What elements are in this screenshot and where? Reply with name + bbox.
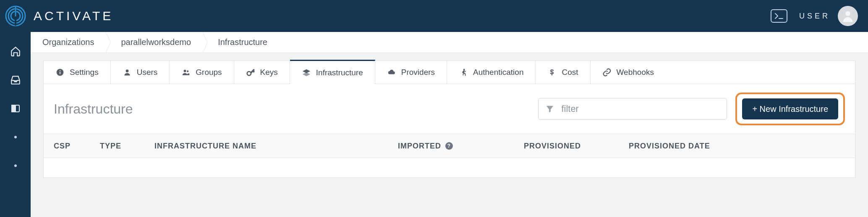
topbar: ACTIVATE USER [0, 0, 868, 32]
user-avatar[interactable] [838, 6, 858, 26]
tab-providers[interactable]: Providers [375, 61, 447, 84]
rail-more-2[interactable] [10, 160, 21, 172]
breadcrumb: Organizations parallelworksdemo Infrastr… [31, 32, 868, 53]
svg-point-16 [463, 69, 465, 70]
filter-icon [545, 104, 554, 114]
tab-label: Authentication [473, 68, 523, 77]
cloud-icon [387, 68, 396, 77]
terminal-button[interactable] [771, 9, 787, 23]
runner-icon [459, 68, 468, 77]
breadcrumb-separator [106, 32, 113, 53]
tab-label: Users [137, 68, 158, 77]
avatar-icon [841, 9, 855, 23]
th-csp: CSP [54, 142, 83, 151]
table-header: CSP TYPE INFRASTRUCTURE NAME IMPORTED ? … [44, 134, 855, 158]
tab-cost[interactable]: Cost [536, 61, 590, 84]
svg-marker-15 [303, 72, 310, 76]
th-provisioned: PROVISIONED [524, 142, 612, 151]
filter-input[interactable] [561, 103, 720, 114]
tab-label: Infrastructure [316, 68, 363, 77]
brand-wordmark: ACTIVATE [34, 9, 113, 23]
svg-point-12 [187, 70, 188, 72]
tab-label: Groups [196, 68, 222, 77]
svg-point-11 [184, 70, 186, 72]
th-type: TYPE [100, 142, 138, 151]
tab-label: Webhooks [617, 68, 654, 77]
tab-infrastructure[interactable]: Infrastructure [290, 60, 375, 84]
breadcrumb-separator [203, 32, 210, 53]
users-icon [181, 68, 191, 77]
tab-users[interactable]: Users [111, 61, 170, 84]
tab-label: Settings [70, 68, 99, 77]
svg-point-4 [845, 11, 850, 16]
tab-keys[interactable]: Keys [234, 61, 290, 84]
th-imported-label: IMPORTED [398, 142, 441, 151]
user-icon [123, 68, 132, 77]
rail-inbox-button[interactable] [10, 74, 21, 86]
th-name: INFRASTRUCTURE NAME [154, 142, 381, 151]
tab-label: Providers [401, 68, 435, 77]
new-infrastructure-button[interactable]: + New Infrastructure [742, 98, 838, 119]
svg-rect-8 [60, 71, 60, 74]
dot-icon [14, 164, 17, 167]
breadcrumb-infrastructure[interactable]: Infrastructure [210, 37, 279, 47]
th-imported: IMPORTED ? [398, 142, 507, 151]
inbox-icon [10, 75, 21, 85]
panel-icon [10, 103, 21, 114]
user-label: USER [799, 12, 830, 21]
dollar-icon [547, 68, 557, 77]
info-icon [55, 68, 65, 77]
layers-icon [302, 68, 311, 77]
rail-home-button[interactable] [10, 45, 21, 57]
home-icon [10, 46, 21, 57]
panel: Infrastructure + New Infrastructure CSP … [43, 84, 855, 178]
tab-label: Keys [260, 68, 278, 77]
left-rail [0, 32, 31, 217]
key-icon [246, 68, 255, 77]
svg-point-10 [125, 69, 128, 72]
th-provisioned-date: PROVISIONED DATE [629, 142, 845, 151]
tab-groups[interactable]: Groups [170, 61, 234, 84]
tab-label: Cost [562, 68, 578, 77]
breadcrumb-org-name[interactable]: parallelworksdemo [113, 37, 203, 47]
filter-field[interactable] [538, 98, 727, 120]
link-icon [602, 68, 612, 77]
rail-more-1[interactable] [10, 131, 21, 143]
rail-panel-button[interactable] [10, 103, 21, 114]
tab-authentication[interactable]: Authentication [447, 61, 536, 84]
brand[interactable]: ACTIVATE [5, 5, 113, 26]
breadcrumb-organizations[interactable]: Organizations [42, 37, 106, 47]
help-icon[interactable]: ? [445, 142, 453, 150]
svg-point-9 [60, 70, 60, 71]
panel-head: Infrastructure + New Infrastructure [44, 84, 855, 134]
tab-webhooks[interactable]: Webhooks [591, 61, 666, 84]
tabstrip: Settings Users Groups Keys [43, 61, 855, 84]
new-infrastructure-highlight: + New Infrastructure [735, 93, 845, 125]
brand-logo-icon [5, 5, 26, 26]
terminal-icon [774, 13, 784, 19]
main: Organizations parallelworksdemo Infrastr… [31, 32, 868, 217]
tab-settings[interactable]: Settings [44, 61, 111, 84]
table-body-empty [44, 158, 855, 177]
dot-icon [14, 136, 17, 138]
svg-rect-6 [12, 105, 16, 112]
panel-title: Infrastructure [54, 101, 530, 117]
